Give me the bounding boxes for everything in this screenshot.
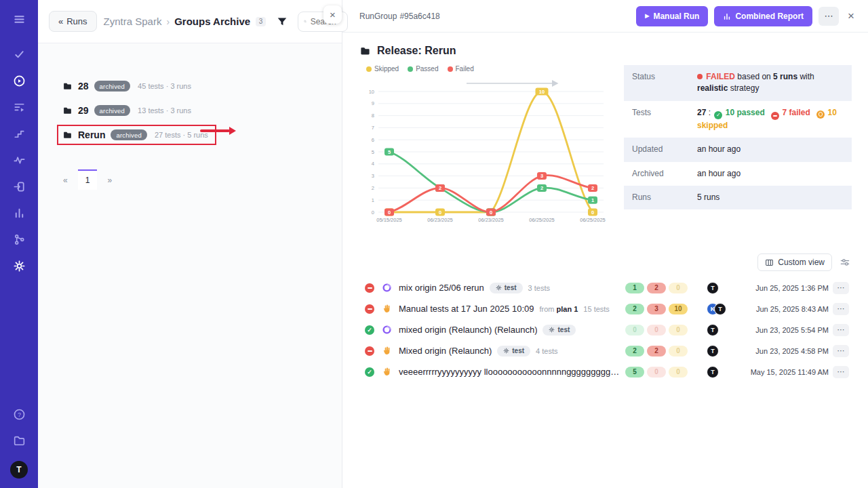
run-title[interactable]: veeeerrrrryyyyyyyyyy llooooooooooonnnnng… bbox=[399, 367, 621, 377]
steps-icon[interactable] bbox=[9, 123, 29, 144]
run-tag-badge: test bbox=[542, 325, 576, 336]
run-menu-button[interactable]: ⋯ bbox=[833, 282, 849, 294]
run-row[interactable]: Mixed origin (Relaunch) test 4 tests 220… bbox=[359, 340, 852, 361]
svg-text:06/25/2025: 06/25/2025 bbox=[580, 217, 606, 223]
chevrons-left-icon: « bbox=[58, 16, 63, 26]
settings-gear-icon[interactable] bbox=[9, 256, 29, 276]
skipped-icon bbox=[816, 110, 825, 119]
group-name: Rerun bbox=[78, 129, 105, 140]
runs-play-icon[interactable] bbox=[9, 70, 29, 91]
bar-chart-icon bbox=[723, 12, 731, 20]
run-title[interactable]: Mixed origin (Relaunch) bbox=[399, 346, 492, 356]
pagination-prev[interactable]: « bbox=[56, 169, 75, 190]
breadcrumb-section: Groups Archive bbox=[174, 16, 250, 27]
groups-count-badge: 3 bbox=[256, 17, 266, 26]
folder-icon bbox=[62, 130, 73, 140]
close-icon: × bbox=[330, 9, 336, 20]
back-to-runs-button[interactable]: « Runs bbox=[49, 11, 97, 32]
gear-icon bbox=[549, 327, 555, 333]
avatar: T bbox=[707, 345, 719, 357]
run-menu-button[interactable]: ⋯ bbox=[833, 324, 849, 336]
run-origin-icon bbox=[381, 367, 392, 378]
breadcrumb-project[interactable]: Zyntra Spark bbox=[104, 16, 162, 27]
branches-icon[interactable] bbox=[9, 229, 29, 249]
run-menu-button[interactable]: ⋯ bbox=[833, 366, 849, 378]
rungroup-title: RunGroup #95a6c418 bbox=[359, 12, 440, 21]
groups-panel-header: « Runs Zyntra Spark › Groups Archive 3 bbox=[38, 0, 342, 43]
more-actions-button[interactable]: ⋯ bbox=[818, 7, 839, 26]
count-pill-passed: 0 bbox=[625, 325, 644, 336]
more-icon: ⋯ bbox=[837, 346, 845, 354]
svg-text:0: 0 bbox=[490, 209, 492, 216]
count-pill-failed: 3 bbox=[647, 304, 666, 314]
svg-text:5: 5 bbox=[372, 149, 374, 155]
rungroup-detail-panel: RunGroup #95a6c418 ▶ Manual Run Combined… bbox=[342, 0, 868, 488]
svg-text:2: 2 bbox=[591, 185, 594, 191]
group-list-item[interactable]: 29 archived 13 tests · 3 runs bbox=[57, 100, 199, 121]
run-row[interactable]: mixed origin (Relaunch) (Relaunch) test … bbox=[359, 319, 852, 340]
groups-panel: « Runs Zyntra Spark › Groups Archive 3 2… bbox=[38, 0, 342, 488]
gear-icon bbox=[496, 285, 502, 291]
avatar: T bbox=[707, 282, 719, 294]
sliders-icon[interactable] bbox=[840, 257, 850, 268]
svg-text:2: 2 bbox=[540, 185, 543, 191]
manual-run-button[interactable]: ▶ Manual Run bbox=[636, 6, 708, 26]
svg-text:0: 0 bbox=[388, 209, 391, 216]
run-origin-icon bbox=[381, 283, 392, 293]
combined-report-button[interactable]: Combined Report bbox=[714, 6, 812, 26]
checklist-icon[interactable] bbox=[9, 44, 29, 64]
pulse-icon[interactable] bbox=[9, 150, 29, 170]
run-row[interactable]: mix origin 25/06 rerun test 3 tests 120 … bbox=[359, 277, 852, 298]
sidebar: ? T bbox=[0, 0, 38, 488]
test-plans-icon[interactable] bbox=[9, 97, 29, 117]
archived-badge: archived bbox=[94, 105, 131, 116]
run-title[interactable]: mixed origin (Relaunch) (Relaunch) bbox=[399, 325, 537, 335]
legend-skipped: Skipped bbox=[366, 65, 399, 73]
svg-text:5: 5 bbox=[388, 149, 391, 155]
pagination-page-1[interactable]: 1 bbox=[78, 169, 98, 190]
breadcrumb: Zyntra Spark › Groups Archive 3 bbox=[104, 16, 266, 27]
custom-view-button[interactable]: Custom view bbox=[757, 253, 832, 271]
run-from-plan: from plan 1 bbox=[539, 305, 578, 313]
folder-icon bbox=[359, 45, 371, 57]
run-title[interactable]: Manual tests at 17 Jun 2025 10:09 bbox=[399, 304, 534, 314]
projects-folder-icon[interactable] bbox=[9, 430, 29, 451]
group-meta: 27 tests · 5 runs bbox=[155, 131, 208, 139]
run-date: Jun 23, 2025 4:58 PM bbox=[739, 347, 829, 355]
analytics-icon[interactable] bbox=[9, 203, 29, 223]
view-toolbar: Custom view bbox=[359, 253, 850, 271]
user-avatar[interactable]: T bbox=[10, 461, 28, 479]
run-status-icon bbox=[365, 283, 374, 293]
pagination-next[interactable]: » bbox=[100, 169, 119, 190]
svg-text:06/25/2025: 06/25/2025 bbox=[529, 217, 555, 223]
panel-close-button[interactable]: × bbox=[323, 5, 342, 24]
run-date: Jun 25, 2025 1:36 PM bbox=[739, 284, 829, 292]
close-icon: × bbox=[848, 9, 854, 22]
run-status-icon bbox=[365, 367, 374, 377]
status-badge: FAILED bbox=[706, 72, 735, 81]
run-row[interactable]: veeeerrrrryyyyyyyyyy llooooooooooonnnnng… bbox=[359, 361, 852, 382]
run-menu-button[interactable]: ⋯ bbox=[833, 345, 849, 357]
run-menu-button[interactable]: ⋯ bbox=[833, 303, 849, 315]
group-name: 29 bbox=[78, 105, 89, 116]
detail-header: RunGroup #95a6c418 ▶ Manual Run Combined… bbox=[342, 0, 868, 33]
filter-button[interactable] bbox=[273, 12, 292, 31]
chart-legend: SkippedPassedFailed bbox=[366, 65, 612, 73]
group-heading: Release: Rerun bbox=[359, 45, 852, 57]
run-date: Jun 25, 2025 8:43 AM bbox=[739, 305, 829, 313]
group-list-item[interactable]: 28 archived 45 tests · 3 runs bbox=[57, 76, 199, 96]
count-pill-failed: 2 bbox=[647, 283, 666, 293]
count-pill-passed: 2 bbox=[625, 304, 644, 314]
run-title[interactable]: mix origin 25/06 rerun bbox=[399, 283, 484, 293]
run-tests-count: 3 tests bbox=[528, 284, 550, 292]
detail-body: Release: Rerun SkippedPassedFailed 01234… bbox=[342, 33, 868, 382]
run-row[interactable]: Manual tests at 17 Jun 2025 10:09 from p… bbox=[359, 298, 852, 319]
run-date: May 15, 2025 11:49 AM bbox=[739, 368, 829, 376]
menu-icon[interactable] bbox=[9, 9, 29, 29]
svg-text:06/23/2025: 06/23/2025 bbox=[427, 217, 453, 223]
passed-icon bbox=[714, 111, 722, 119]
group-list-item[interactable]: Rerun archived 27 tests · 5 runs bbox=[57, 125, 216, 145]
import-icon[interactable] bbox=[9, 176, 29, 197]
help-icon[interactable]: ? bbox=[9, 404, 29, 424]
detail-close-button[interactable]: × bbox=[845, 9, 857, 23]
